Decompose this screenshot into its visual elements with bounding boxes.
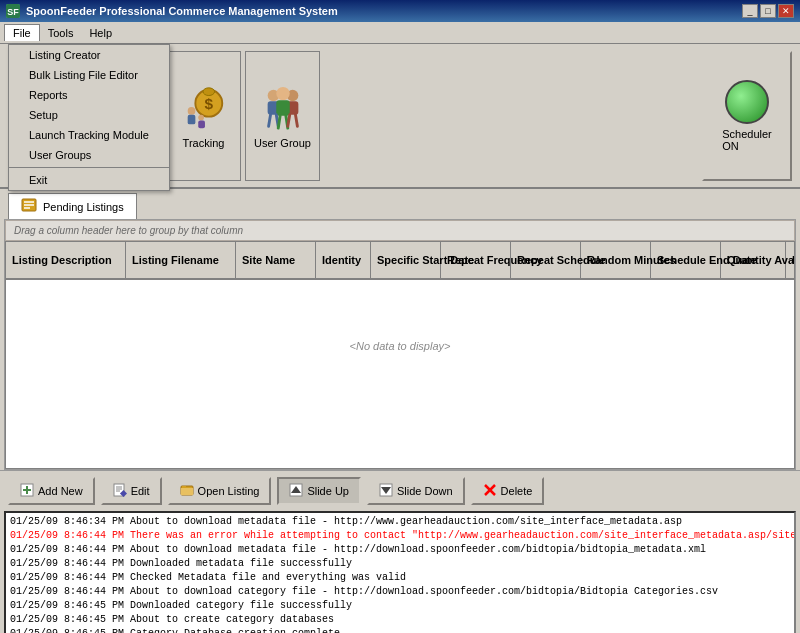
menu-item-reports[interactable]: Reports: [9, 85, 169, 105]
tab-bar: Pending Listings: [0, 189, 800, 219]
menu-help[interactable]: Help: [81, 25, 120, 41]
svg-line-37: [295, 114, 297, 126]
title-bar: SF SpoonFeeder Professional Commerce Man…: [0, 0, 800, 22]
col-site-name[interactable]: Site Name: [236, 242, 316, 278]
log-line: 01/25/09 8:46:44 PM Downloaded metadata …: [10, 557, 790, 571]
tab-pending-listings[interactable]: Pending Listings: [8, 193, 137, 219]
col-enabled[interactable]: Enabled: [786, 242, 795, 278]
main-content: Drag a column header here to group by th…: [0, 219, 800, 633]
svg-point-24: [198, 114, 204, 120]
edit-button[interactable]: Edit: [101, 477, 162, 505]
grid-area: Drag a column header here to group by th…: [4, 219, 796, 470]
svg-rect-23: [187, 114, 195, 124]
svg-line-36: [287, 114, 289, 126]
col-listing-fn[interactable]: Listing Filename: [126, 242, 236, 278]
menu-divider: [9, 167, 169, 168]
scheduler-label: Scheduler ON: [722, 128, 772, 152]
col-repeat-freq[interactable]: Repeat Frequency: [441, 242, 511, 278]
no-data-message: <No data to display>: [6, 280, 794, 412]
menu-file[interactable]: File: [4, 24, 40, 41]
slide-down-button[interactable]: Slide Down: [367, 477, 465, 505]
menu-item-listing-creator[interactable]: Listing Creator: [9, 45, 169, 65]
toolbar-tracking-button[interactable]: $ Tracking: [166, 51, 241, 181]
log-line: 01/25/09 8:46:34 PM About to download me…: [10, 515, 790, 529]
svg-rect-51: [181, 488, 193, 495]
menu-bar: File Tools Help: [0, 22, 800, 44]
group-header: Drag a column header here to group by th…: [5, 220, 795, 241]
log-line: 01/25/09 8:46:44 PM About to download ca…: [10, 585, 790, 599]
svg-point-21: [203, 87, 215, 95]
svg-rect-31: [276, 100, 289, 115]
col-listing-desc[interactable]: Listing Description: [6, 242, 126, 278]
open-listing-icon: [180, 483, 194, 499]
col-qty[interactable]: Quantity Available: [721, 242, 786, 278]
grid-header: Listing Description Listing Filename Sit…: [6, 242, 794, 280]
log-line: 01/25/09 8:46:44 PM About to download me…: [10, 543, 790, 557]
menu-item-setup[interactable]: Setup: [9, 105, 169, 125]
svg-point-22: [187, 107, 195, 115]
log-area[interactable]: 01/25/09 8:46:34 PM About to download me…: [4, 511, 796, 633]
usergroup-label: User Group: [254, 137, 311, 149]
col-end-date[interactable]: Schedule End Date: [651, 242, 721, 278]
svg-text:SF: SF: [7, 7, 19, 17]
log-line: 01/25/09 8:46:45 PM About to create cate…: [10, 613, 790, 627]
menu-item-exit[interactable]: Exit: [9, 170, 169, 190]
tab-pending-listings-label: Pending Listings: [43, 201, 124, 213]
col-start-date[interactable]: Specific Start Date: [371, 242, 441, 278]
file-menu-dropdown: Listing Creator Bulk Listing File Editor…: [8, 44, 170, 191]
add-new-button[interactable]: Add New: [8, 477, 95, 505]
toolbar-usergroup-button[interactable]: User Group: [245, 51, 320, 181]
log-line: 01/25/09 8:46:44 PM Checked Metadata fil…: [10, 571, 790, 585]
log-line: 01/25/09 8:46:45 PM Category Database cr…: [10, 627, 790, 633]
close-button[interactable]: ✕: [778, 4, 794, 18]
slide-up-icon: [289, 483, 303, 499]
menu-item-user-groups[interactable]: User Groups: [9, 145, 169, 165]
log-line: 01/25/09 8:46:44 PM There was an error w…: [10, 529, 790, 543]
svg-line-32: [268, 114, 270, 126]
tracking-label: Tracking: [183, 137, 225, 149]
menu-item-bulk-listing[interactable]: Bulk Listing File Editor: [9, 65, 169, 85]
app-title: SpoonFeeder Professional Commerce Manage…: [26, 5, 338, 17]
log-line: 01/25/09 8:46:45 PM Downloaded category …: [10, 599, 790, 613]
col-identity[interactable]: Identity: [316, 242, 371, 278]
svg-line-34: [278, 115, 280, 127]
usergroup-icon: [258, 83, 308, 133]
minimize-button[interactable]: _: [742, 4, 758, 18]
open-listing-button[interactable]: Open Listing: [168, 477, 272, 505]
pending-listings-icon: [21, 198, 37, 215]
data-grid[interactable]: Listing Description Listing Filename Sit…: [5, 241, 795, 469]
svg-point-30: [276, 86, 289, 99]
app-icon: SF: [6, 4, 20, 18]
svg-text:$: $: [204, 94, 213, 111]
col-random-min[interactable]: Random Minutes: [581, 242, 651, 278]
svg-rect-25: [198, 120, 205, 128]
slide-up-button[interactable]: Slide Up: [277, 477, 361, 505]
window-controls: _ □ ✕: [742, 4, 794, 18]
scheduler-button[interactable]: Scheduler ON: [702, 51, 792, 181]
menu-item-launch-tracking[interactable]: Launch Tracking Module: [9, 125, 169, 145]
add-new-icon: [20, 483, 34, 499]
col-repeat-sched[interactable]: Repeat Schedule: [511, 242, 581, 278]
menu-tools[interactable]: Tools: [40, 25, 82, 41]
delete-button[interactable]: Delete: [471, 477, 545, 505]
tracking-icon: $: [179, 83, 229, 133]
action-bar: Add New Edit Ope: [0, 470, 800, 511]
scheduler-indicator: [725, 80, 769, 124]
edit-icon: [113, 483, 127, 499]
delete-icon: [483, 483, 497, 499]
slide-down-icon: [379, 483, 393, 499]
maximize-button[interactable]: □: [760, 4, 776, 18]
svg-rect-52: [182, 486, 186, 488]
